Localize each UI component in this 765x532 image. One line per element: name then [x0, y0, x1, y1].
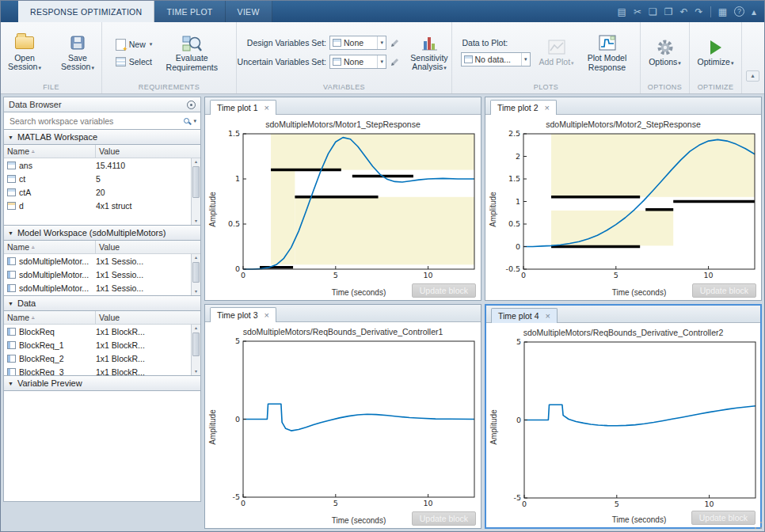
sort-icon: ▵: [32, 244, 35, 250]
plot-model-response-button[interactable]: Plot Model Response: [583, 29, 632, 75]
cut-icon[interactable]: ✂: [634, 7, 641, 17]
ribbon-section-optimize: Optimize▾ OPTIMIZE: [690, 22, 742, 93]
section-label-plots: PLOTS: [452, 82, 640, 93]
dropdown-caret-icon: ▾: [731, 60, 734, 66]
close-icon[interactable]: ×: [265, 104, 269, 112]
select-requirement-button[interactable]: Select: [113, 56, 155, 67]
table-row[interactable]: BlockReq_31x1 BlockR...: [4, 365, 200, 376]
close-icon[interactable]: ×: [546, 312, 550, 321]
tab-time-plot-4[interactable]: Time plot 4 ×: [491, 308, 558, 323]
optimize-button[interactable]: Optimize▾: [694, 33, 738, 71]
search-options-caret-icon[interactable]: ▾: [193, 118, 196, 124]
dropdown-caret-icon: ▾: [521, 53, 530, 66]
update-block-button[interactable]: Update block: [692, 283, 756, 298]
data-to-plot-select[interactable]: No data... ▾: [461, 52, 531, 66]
edit-design-variables-icon[interactable]: [390, 37, 401, 48]
scrollbar-thumb[interactable]: [192, 332, 200, 356]
section-variable-preview[interactable]: ▼ Variable Preview: [3, 376, 201, 391]
collapse-triangle-icon: ▼: [8, 381, 13, 386]
plot-area: Time plot 1 × sdoMultipleMotors/Motor1_S…: [204, 97, 762, 529]
evaluate-requirements-label: Evaluate Requirements: [161, 54, 223, 72]
scroll-up-icon[interactable]: ▴: [192, 254, 200, 261]
table-header[interactable]: Name▵ Value: [4, 241, 200, 254]
step-response-plot: 0510-0.500.511.522.5: [498, 130, 759, 282]
table-row[interactable]: sdoMultipleMotor...1x1 Sessio...: [4, 268, 200, 281]
tab-response-optimization[interactable]: RESPONSE OPTIMIZATION: [18, 1, 154, 22]
table-row[interactable]: BlockReq_21x1 BlockR...: [4, 352, 200, 365]
scrollbar-thumb[interactable]: [192, 262, 200, 283]
table-row[interactable]: ct5: [4, 172, 200, 185]
scroll-down-icon[interactable]: ▾: [192, 368, 200, 375]
svg-text:5: 5: [615, 500, 619, 508]
design-variables-select[interactable]: None ▾: [329, 36, 386, 50]
close-icon[interactable]: ×: [265, 311, 269, 320]
update-block-button[interactable]: Update block: [691, 511, 755, 525]
variable-icon: [7, 188, 16, 196]
collapse-ribbon-button[interactable]: ▴: [746, 70, 759, 82]
name-column-header: Name: [7, 313, 29, 322]
save-session-button[interactable]: Save Session▾: [53, 29, 102, 76]
help-icon[interactable]: ?: [734, 6, 744, 17]
scrollbar[interactable]: ▴ ▾: [191, 254, 200, 295]
tab-time-plot-3[interactable]: Time plot 3 ×: [210, 307, 276, 322]
add-plot-button[interactable]: Add Plot▾: [535, 33, 579, 71]
table-header[interactable]: Name▵ Value: [4, 145, 200, 158]
tab-time-plot-2[interactable]: Time plot 2 ×: [490, 100, 557, 115]
layout-icon[interactable]: ▦: [718, 7, 727, 17]
scroll-down-icon[interactable]: ▾: [192, 288, 200, 295]
table-row[interactable]: ans15.4110: [4, 158, 200, 172]
section-matlab-workspace[interactable]: ▼ MATLAB Workspace: [3, 130, 201, 145]
section-model-workspace[interactable]: ▼ Model Workspace (sdoMultipleMotors): [3, 226, 201, 241]
undo-icon[interactable]: ↶: [680, 7, 688, 17]
options-button[interactable]: Options▾: [643, 33, 687, 71]
scroll-up-icon[interactable]: ▴: [192, 158, 200, 165]
tab-view[interactable]: VIEW: [226, 1, 272, 22]
add-plot-icon: [547, 36, 566, 58]
table-row[interactable]: d4x1 struct: [4, 199, 200, 212]
data-to-plot-icon: [464, 55, 473, 63]
scrollbar[interactable]: ▴ ▾: [191, 158, 200, 225]
copy-icon[interactable]: ❏: [649, 7, 657, 17]
evaluate-requirements-button[interactable]: Evaluate Requirements: [158, 29, 225, 75]
sensitivity-analysis-button[interactable]: Sensitivity Analysis▾: [405, 29, 454, 76]
table-row[interactable]: ctA20: [4, 185, 200, 199]
table-row[interactable]: BlockReq1x1 BlockR...: [4, 325, 200, 338]
tab-time-plot-1[interactable]: Time plot 1 ×: [210, 100, 276, 115]
table-row[interactable]: BlockReq_11x1 BlockR...: [4, 338, 200, 352]
resize-grip[interactable]: [754, 521, 763, 530]
search-input[interactable]: [8, 116, 180, 127]
table-header[interactable]: Name▵ Value: [4, 311, 200, 325]
y-axis-label: Amplitude: [207, 130, 218, 288]
uncertain-variables-select[interactable]: None ▾: [329, 55, 386, 69]
section-label-requirements: REQUIREMENTS: [102, 82, 236, 93]
optimize-play-icon: [710, 36, 721, 58]
table-row[interactable]: sdoMultipleMotor...1x1 Sessio...: [4, 281, 200, 294]
scroll-up-icon[interactable]: ▴: [192, 325, 200, 332]
dropdown-caret-icon: ▾: [150, 41, 153, 48]
paste-icon[interactable]: ❐: [664, 7, 673, 17]
svg-text:0: 0: [521, 271, 526, 279]
model-workspace-title: Model Workspace (sdoMultipleMotors): [17, 228, 166, 238]
tab-time-plot[interactable]: TIME PLOT: [154, 1, 225, 22]
save-icon[interactable]: ▤: [618, 7, 626, 17]
table-row[interactable]: sdoMultipleMotor...1x1 Sessio...: [4, 254, 200, 268]
session-variable-icon: [7, 257, 16, 265]
open-session-button[interactable]: Open Session▾: [0, 29, 49, 76]
design-variables-value: None: [344, 38, 363, 48]
scroll-down-icon[interactable]: ▾: [192, 218, 200, 225]
new-requirement-button[interactable]: New ▾: [113, 38, 155, 51]
update-block-button[interactable]: Update block: [412, 283, 476, 298]
minimize-toolstrip-icon[interactable]: ▴: [752, 7, 756, 17]
section-data[interactable]: ▼ Data: [3, 296, 201, 311]
svg-text:10: 10: [424, 499, 433, 507]
search-icon[interactable]: [184, 118, 189, 124]
select-label: Select: [129, 57, 152, 66]
scrollbar-thumb[interactable]: [192, 166, 200, 198]
svg-text:0: 0: [241, 271, 245, 279]
scrollbar[interactable]: ▴ ▾: [191, 325, 200, 375]
update-block-button[interactable]: Update block: [412, 511, 476, 526]
redo-icon[interactable]: ↷: [695, 7, 703, 17]
data-browser-menu-icon[interactable]: [187, 101, 196, 109]
edit-uncertain-variables-icon[interactable]: [390, 56, 401, 67]
close-icon[interactable]: ×: [545, 104, 550, 112]
